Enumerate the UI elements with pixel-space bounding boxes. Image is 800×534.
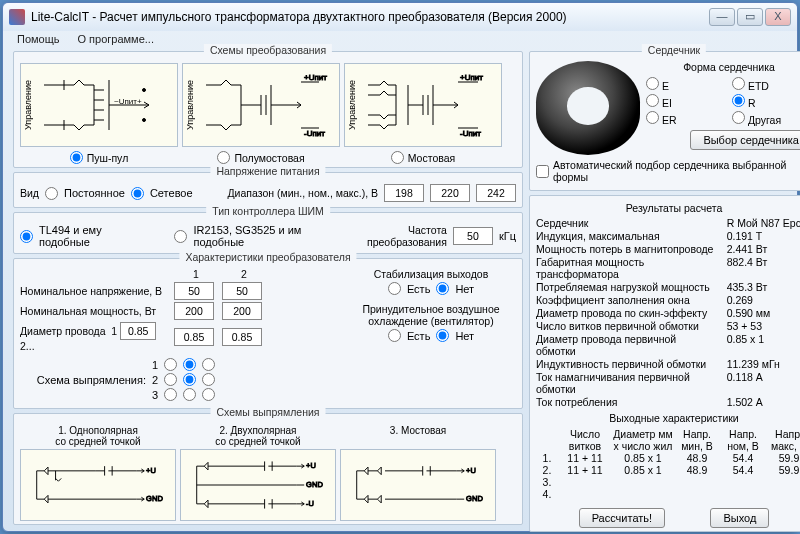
supply-range-label: Диапазон (мин., ном., макс.), В [228, 187, 379, 199]
label-fullbridge: Мостовая [408, 152, 455, 164]
titlebar[interactable]: Lite-CalcIT - Расчет импульсного трансфо… [3, 3, 797, 31]
input-wd0[interactable] [120, 322, 156, 340]
fan-label: Принудительное воздушное охлаждение (вен… [346, 303, 516, 327]
res-kfill-lbl: Коэффициент заполнения окна [536, 294, 717, 306]
label-E: E [662, 80, 669, 92]
calculate-button[interactable]: Рассчитать! [579, 508, 665, 528]
stab-yes: Есть [407, 283, 430, 295]
out-h4: Напр. ном, В [720, 428, 766, 452]
table-row: 2.11 + 110.85 x 148.954.459.9 [536, 464, 800, 476]
rect3-circuit-icon: +UGND [343, 452, 493, 518]
rs1-1[interactable] [164, 358, 177, 371]
rs2-1[interactable] [164, 373, 177, 386]
supply-title: Напряжение питания [210, 165, 325, 177]
output-table: Число витков Диаметр мм x число жил Напр… [536, 428, 800, 500]
converter-params-box: Характеристики преобразователя 12 Номина… [13, 258, 523, 409]
window-title: Lite-CalcIT - Расчет импульсного трансфо… [31, 10, 709, 24]
res-ploss-lbl: Мощность потерь в магнитопроводе [536, 243, 717, 255]
radio-pushpull[interactable] [70, 151, 83, 164]
input-p2[interactable] [222, 302, 262, 320]
exit-button[interactable]: Выход [710, 508, 769, 528]
radio-ER[interactable] [646, 111, 659, 124]
rs2-3[interactable] [202, 373, 215, 386]
input-v1[interactable] [174, 282, 214, 300]
input-vmin[interactable] [384, 184, 424, 202]
scheme-pushpull-img: Управление ~Uпит+ [20, 63, 178, 147]
label-ir2153: IR2153, SG3525 и им подобные [193, 224, 353, 248]
res-core-lbl: Сердечник [536, 217, 717, 229]
radio-fan-yes[interactable] [388, 329, 401, 342]
menu-help[interactable]: Помощь [17, 33, 60, 45]
svg-text:-U: -U [306, 499, 314, 508]
rs3-2[interactable] [183, 388, 196, 401]
svg-text:-Uпит: -Uпит [304, 129, 325, 138]
radio-constant[interactable] [45, 187, 58, 200]
core-box: Сердечник Форма сердечника E ETD EI R ER… [529, 51, 800, 191]
rs3-1[interactable] [164, 388, 177, 401]
radio-halfbridge[interactable] [217, 151, 230, 164]
chk-auto-core[interactable] [536, 165, 549, 178]
input-vmax[interactable] [476, 184, 516, 202]
core-title: Сердечник [642, 44, 706, 56]
rs3-3[interactable] [202, 388, 215, 401]
pwm-title: Тип контроллера ШИМ [206, 205, 330, 217]
radio-fullbridge[interactable] [391, 151, 404, 164]
conv-params-title: Характеристики преобразователя [179, 251, 356, 263]
rs2-2[interactable] [183, 373, 196, 386]
rect2-circuit-icon: +UGND-U [183, 452, 333, 518]
app-icon [9, 9, 25, 25]
nom-v-label: Номинальное напряжение, В [20, 285, 170, 297]
scheme-fullbridge-img: Управление +Uпит-Uпит [344, 63, 502, 147]
input-v2[interactable] [222, 282, 262, 300]
res-bmax-lbl: Индукция, максимальная [536, 230, 717, 242]
label-other: Другая [748, 114, 781, 126]
out-h5: Напр. макс, В [766, 428, 800, 452]
res-pload-lbl: Потребляемая нагрузкой мощность [536, 281, 717, 293]
radio-R[interactable] [732, 94, 745, 107]
minimize-button[interactable]: — [709, 8, 735, 26]
res-imag-lbl: Ток намагничивания первичной обмотки [536, 371, 717, 395]
radio-EI[interactable] [646, 94, 659, 107]
menu-about[interactable]: О программе... [78, 33, 154, 45]
radio-E[interactable] [646, 77, 659, 90]
res-pgab-lbl: Габаритная мощность трансформатора [536, 256, 717, 280]
label-ER: ER [662, 114, 677, 126]
input-freq[interactable] [453, 227, 493, 245]
svg-text:+U: +U [306, 461, 316, 470]
radio-other[interactable] [732, 111, 745, 124]
col-hdr-2: 2 [222, 268, 266, 280]
out-title: Выходные характеристики [536, 412, 800, 424]
col-hdr-1: 1 [174, 268, 218, 280]
rs1-3[interactable] [202, 358, 215, 371]
close-button[interactable]: X [765, 8, 791, 26]
rect-scheme-label: Схема выпрямления: [20, 374, 146, 386]
radio-ir2153[interactable] [174, 230, 187, 243]
core-form-title: Форма сердечника [646, 61, 800, 73]
label-halfbridge: Полумостовая [234, 152, 304, 164]
svg-text:+Uпит: +Uпит [304, 73, 327, 82]
radio-tl494[interactable] [20, 230, 33, 243]
radio-stab-yes[interactable] [388, 282, 401, 295]
label-line: Сетевое [150, 187, 193, 199]
res-core-val: R Мой N87 Epcos [727, 217, 800, 229]
input-vnom[interactable] [430, 184, 470, 202]
results-title: Результаты расчета [536, 202, 800, 214]
input-wd2[interactable] [222, 328, 262, 346]
rect-scheme2-img: +UGND-U [180, 449, 336, 521]
radio-stab-no[interactable] [436, 282, 449, 295]
res-dp-val: 0.85 x 1 [727, 333, 800, 357]
choose-core-button[interactable]: Выбор сердечника [690, 130, 800, 150]
maximize-button[interactable]: ▭ [737, 8, 763, 26]
more-label[interactable]: 2... [20, 340, 35, 352]
label-ETD: ETD [748, 80, 769, 92]
radio-line[interactable] [131, 187, 144, 200]
res-skin-val: 0.590 мм [727, 307, 800, 319]
rs1-2[interactable] [183, 358, 196, 371]
scheme-halfbridge-img: Управление +Uпит-Uпит [182, 63, 340, 147]
label-pushpull: Пуш-пул [87, 152, 129, 164]
radio-ETD[interactable] [732, 77, 745, 90]
input-wd1[interactable] [174, 328, 214, 346]
pushpull-circuit-icon: ~Uпит+ [24, 70, 174, 140]
input-p1[interactable] [174, 302, 214, 320]
radio-fan-no[interactable] [436, 329, 449, 342]
